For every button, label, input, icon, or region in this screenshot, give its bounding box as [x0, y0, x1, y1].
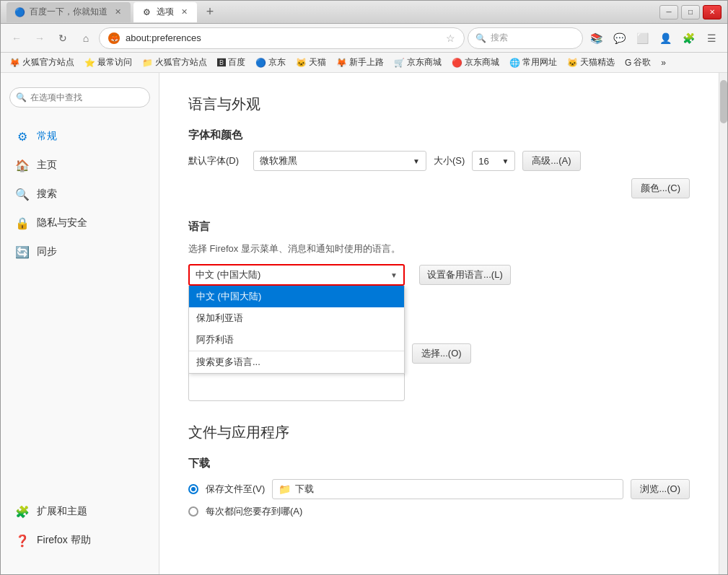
font-value: 微软雅黑: [260, 154, 297, 167]
lock-icon: 🔒: [15, 216, 30, 230]
new-tab-button[interactable]: +: [200, 2, 220, 22]
sidebar-label-general: 常规: [37, 130, 57, 143]
downloads-title: 下载: [188, 457, 690, 470]
files-title: 文件与应用程序: [188, 423, 690, 442]
colors-row: 颜色...(C): [188, 178, 690, 198]
sidebar-item-search[interactable]: 🔍 搜索: [1, 180, 159, 209]
close-button[interactable]: ✕: [703, 5, 722, 19]
language-selected-text: 中文 (中国大陆): [196, 268, 385, 281]
language-select-row: 中文 (中国大陆) ▼ 中文 (中国大陆) 保加利亚语 阿乔利语 搜索更多语言.…: [188, 264, 690, 286]
sidebar-item-sync[interactable]: 🔄 同步: [1, 237, 159, 266]
size-dropdown-arrow: ▼: [501, 157, 509, 165]
scrollbar[interactable]: [719, 73, 727, 574]
maximize-button[interactable]: □: [681, 5, 700, 19]
sidebar-label-search: 搜索: [37, 188, 57, 201]
save-to-label: 保存文件至(V): [206, 483, 265, 496]
tab-baidu[interactable]: 🔵 百度一下，你就知道 ✕: [6, 2, 131, 22]
tab-baidu-close[interactable]: ✕: [112, 6, 123, 18]
font-color-title: 字体和颜色: [188, 128, 690, 142]
screen-button[interactable]: ⬜: [632, 28, 652, 48]
sidebar-item-privacy[interactable]: 🔒 隐私与安全: [1, 209, 159, 237]
firefox-icon: 🦊: [108, 32, 120, 44]
sidebar-label-privacy: 隐私与安全: [37, 216, 87, 229]
tab-options-close[interactable]: ✕: [178, 6, 190, 18]
address-bar[interactable]: 🦊 about:preferences ☆: [99, 27, 465, 49]
advanced-button[interactable]: 高级...(A): [522, 151, 580, 171]
minimize-button[interactable]: ─: [659, 5, 678, 19]
font-dropdown-arrow: ▼: [413, 157, 420, 165]
ask-each-row: 每次都问您要存到哪(A): [188, 505, 690, 518]
browse-button[interactable]: 浏览...(O): [631, 479, 690, 499]
search-bar[interactable]: 🔍 搜索: [468, 27, 583, 49]
tab-options-label: 选项: [157, 6, 174, 18]
font-row: 默认字体(D) 微软雅黑 ▼ 大小(S) 16 ▼ 高级...(A): [188, 151, 690, 171]
browser-window: 🔵 百度一下，你就知道 ✕ ⚙ 选项 ✕ + ─ □ ✕ ← → ↻ ⌂ 🦊 a…: [0, 0, 728, 575]
home-button[interactable]: ⌂: [76, 28, 96, 48]
folder-icon: 📁: [279, 483, 291, 495]
bookmark-frequent[interactable]: ⭐最常访问: [82, 55, 135, 70]
download-path-field[interactable]: 📁 下载: [272, 479, 623, 499]
bookmark-star-icon[interactable]: ☆: [446, 32, 455, 44]
titlebar: 🔵 百度一下，你就知道 ✕ ⚙ 选项 ✕ + ─ □ ✕: [1, 1, 727, 24]
dropdown-option-chinese[interactable]: 中文 (中国大陆): [189, 286, 404, 307]
bookmark-huohu2[interactable]: 📁火狐官方站点: [139, 55, 210, 70]
search-nav-icon: 🔍: [15, 187, 30, 201]
language-dropdown-wrapper: 中文 (中国大陆) ▼ 中文 (中国大陆) 保加利亚语 阿乔利语 搜索更多语言.…: [188, 264, 405, 286]
menu-button[interactable]: ☰: [701, 28, 722, 48]
bookmarks-bar: 🦊火狐官方站点 ⭐最常访问 📁火狐官方站点 🅱百度 🔵京东 🐱天猫 🦊新手上路 …: [1, 53, 727, 73]
tab-baidu-icon: 🔵: [14, 6, 25, 18]
chat-button[interactable]: 💬: [609, 28, 629, 48]
search-prefs-container: 🔍: [9, 87, 150, 107]
files-section: 文件与应用程序 下载 保存文件至(V) 📁 下载 浏览...(O) 每次都问您要: [188, 423, 690, 518]
library-button[interactable]: 📚: [586, 28, 606, 48]
bookmark-jdshop2[interactable]: 🔴京东商城: [449, 55, 502, 70]
sidebar: 🔍 ⚙ 常规 🏠 主页 🔍 搜索 🔒 隐私与安全 🔄 同步: [1, 73, 159, 574]
bookmark-common[interactable]: 🌐常用网址: [506, 55, 560, 70]
section-title: 语言与外观: [188, 95, 690, 114]
colors-button[interactable]: 颜色...(C): [631, 178, 690, 198]
language-dropdown[interactable]: 中文 (中国大陆) ▼: [188, 264, 405, 286]
ask-each-radio[interactable]: [188, 506, 198, 517]
refresh-button[interactable]: ↻: [53, 28, 73, 48]
save-to-radio[interactable]: [188, 484, 198, 494]
font-select[interactable]: 微软雅黑 ▼: [253, 151, 426, 171]
search-prefs-input[interactable]: [9, 87, 150, 107]
dropdown-option-acholi[interactable]: 阿乔利语: [189, 329, 404, 351]
download-path-text: 下载: [295, 483, 314, 496]
radio-inner-dot: [191, 487, 196, 491]
search-prefs-icon: 🔍: [16, 92, 27, 102]
bookmark-more[interactable]: »: [658, 56, 669, 69]
set-language-button[interactable]: 设置备用语言...(L): [419, 265, 511, 285]
bookmark-google[interactable]: G谷歌: [622, 55, 654, 70]
tab-options-icon: ⚙: [141, 6, 152, 18]
back-button[interactable]: ←: [6, 28, 27, 48]
bookmark-baidu[interactable]: 🅱百度: [214, 55, 248, 70]
account-button[interactable]: 👤: [655, 28, 675, 48]
sidebar-label-extensions: 扩展和主题: [37, 505, 87, 518]
font-label: 默认字体(D): [188, 154, 246, 167]
gear-icon: ⚙: [15, 129, 30, 144]
bookmark-tmall[interactable]: 🐱天猫: [293, 55, 329, 70]
extensions-icon: 🧩: [15, 504, 30, 519]
language-desc: 选择 Firefox 显示菜单、消息和通知时使用的语言。: [188, 242, 690, 255]
bookmark-newuser[interactable]: 🦊新手上路: [333, 55, 387, 70]
bookmark-jd1[interactable]: 🔵京东: [253, 55, 289, 70]
language-section: 语言 选择 Firefox 显示菜单、消息和通知时使用的语言。 中文 (中国大陆…: [188, 220, 690, 401]
dropdown-option-bulgarian[interactable]: 保加利亚语: [189, 307, 404, 329]
addons-button[interactable]: 🧩: [678, 28, 698, 48]
bookmark-jdshop1[interactable]: 🛒京东商城: [391, 55, 444, 70]
sidebar-item-extensions[interactable]: 🧩 扩展和主题: [1, 497, 159, 526]
main-panel: 语言与外观 字体和颜色 默认字体(D) 微软雅黑 ▼ 大小(S) 16 ▼ 高级…: [159, 73, 719, 574]
sidebar-item-general[interactable]: ⚙ 常规: [1, 122, 159, 151]
bookmark-tmall2[interactable]: 🐱天猫精选: [564, 55, 618, 70]
dropdown-more-option[interactable]: 搜索更多语言...: [189, 351, 404, 373]
bookmark-huohu[interactable]: 🦊火狐官方站点: [6, 55, 77, 70]
choose-button[interactable]: 选择...(O): [412, 343, 471, 364]
nav-extra-buttons: 📚 💬 ⬜ 👤 🧩 ☰: [586, 28, 722, 48]
forward-button[interactable]: →: [30, 28, 50, 48]
sidebar-item-help[interactable]: ❓ Firefox 帮助: [1, 526, 159, 555]
tab-options[interactable]: ⚙ 选项 ✕: [133, 2, 197, 22]
window-controls: ─ □ ✕: [659, 5, 722, 19]
size-select[interactable]: 16 ▼: [472, 151, 515, 171]
sidebar-item-home[interactable]: 🏠 主页: [1, 151, 159, 180]
